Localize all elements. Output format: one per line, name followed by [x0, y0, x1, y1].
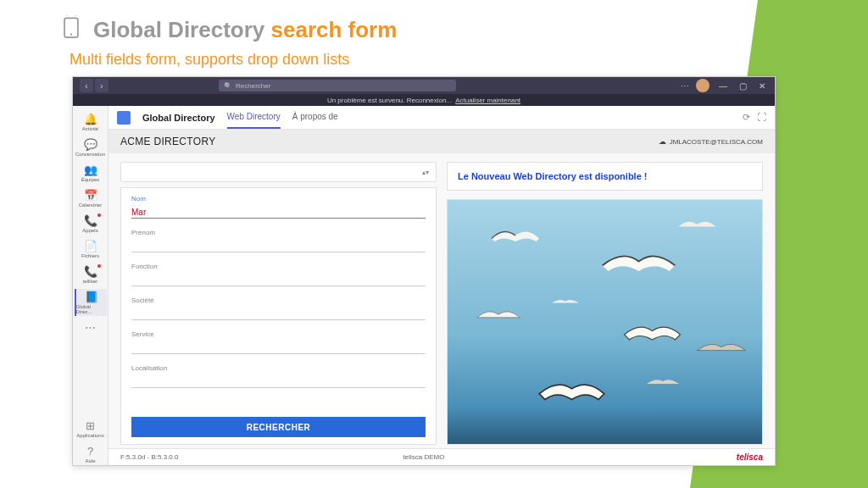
slide-header: Global Directory search form Multi field…	[0, 0, 868, 69]
chat-icon: 💬	[84, 138, 97, 151]
dots-icon: ⋯	[85, 321, 96, 334]
teams-window: ‹ › 🔍 Rechercher ⋯ — ▢ ✕ Un problème est…	[72, 76, 776, 466]
app-tabs: Global Directory Web Directory À propos …	[108, 106, 775, 130]
tab-about[interactable]: À propos de	[292, 106, 338, 129]
directory-title: ACME DIRECTORY	[120, 136, 215, 147]
footer-center: telisca DEMO	[403, 453, 445, 461]
app-logo-icon	[117, 111, 131, 125]
input-fonction[interactable]	[131, 274, 426, 286]
rail-more[interactable]: ⋯	[75, 319, 107, 336]
teams-icon: 👥	[84, 164, 97, 176]
maximize-button[interactable]: ▢	[737, 81, 749, 91]
book-icon: 📘	[85, 291, 98, 303]
rail-teams[interactable]: 👥Équipes	[75, 162, 107, 184]
rail-apps[interactable]: ⊞Applications	[75, 418, 107, 440]
expand-icon[interactable]: ⛶	[757, 112, 766, 123]
footer: F:5.3.0d - B:5.3.0.0 telisca DEMO telisc…	[108, 448, 775, 465]
notification-dot	[97, 264, 101, 268]
right-panel: Le Nouveau Web Directory est disponible …	[447, 162, 763, 445]
version-text: F:5.3.0d - B:5.3.0.0	[120, 453, 178, 461]
chevron-updown-icon: ▴▾	[422, 169, 429, 176]
avatar[interactable]	[696, 79, 709, 92]
input-service[interactable]	[131, 342, 426, 354]
input-localisation[interactable]	[131, 376, 426, 388]
title-prefix: Global Directory	[93, 17, 271, 42]
user-info: ☁ JMLACOSTE@TELISCA.COM	[659, 137, 763, 146]
calendar-icon: 📅	[84, 189, 97, 202]
field-fonction: Fonction	[131, 263, 426, 286]
field-localisation: Localisation	[131, 364, 426, 388]
titlebar: ‹ › 🔍 Rechercher ⋯ — ▢ ✕	[73, 77, 775, 94]
status-strip: Un problème est survenu. Reconnexion... …	[73, 94, 775, 106]
nav-forward-button[interactable]: ›	[95, 79, 108, 92]
field-societe: Société	[131, 297, 426, 320]
global-search[interactable]: 🔍 Rechercher	[219, 80, 456, 92]
rail-files[interactable]: 📄Fichiers	[75, 238, 107, 260]
cloud-icon: ☁	[659, 137, 666, 146]
title-accent: search form	[271, 17, 398, 42]
minimize-button[interactable]: —	[716, 81, 730, 91]
field-group: Nom Prénom Fonction Société	[120, 187, 437, 445]
directory-dropdown[interactable]: ▴▾	[120, 162, 437, 182]
status-refresh-link[interactable]: Actualiser maintenant	[455, 97, 520, 104]
app-name: Global Directory	[142, 113, 215, 123]
announcement-banner: Le Nouveau Web Directory est disponible …	[447, 162, 763, 191]
nav-back-button[interactable]: ‹	[80, 79, 93, 92]
rail-global-directory[interactable]: 📘Global Direc...	[75, 289, 107, 316]
bell-icon: 🔔	[84, 113, 97, 125]
close-button[interactable]: ✕	[756, 81, 768, 91]
slide-title: Global Directory search form	[93, 17, 397, 43]
input-nom[interactable]	[131, 207, 426, 219]
rail-chat[interactable]: 💬Conversation	[75, 136, 107, 158]
search-button[interactable]: RECHERCHER	[131, 417, 426, 437]
field-service: Service	[131, 330, 426, 354]
nav-rail: 🔔Activité 💬Conversation 👥Équipes 📅Calend…	[73, 106, 108, 465]
rail-calendar[interactable]: 📅Calendrier	[75, 187, 107, 209]
rail-activity[interactable]: 🔔Activité	[75, 111, 107, 133]
search-form-panel: ▴▾ Nom Prénom Fonction	[120, 162, 437, 445]
directory-header: ACME DIRECTORY ☁ JMLACOSTE@TELISCA.COM	[108, 130, 775, 153]
input-prenom[interactable]	[131, 241, 426, 252]
user-email: JMLACOSTE@TELISCA.COM	[670, 138, 763, 146]
status-msg: Un problème est survenu. Reconnexion...	[327, 97, 452, 104]
phone-icon: 📞	[84, 265, 97, 278]
slide-subtitle: Multi fields form, supports drop down li…	[70, 51, 868, 69]
rail-telliber[interactable]: 📞telliber	[75, 263, 107, 286]
svg-point-1	[70, 34, 72, 36]
help-icon: ?	[87, 445, 93, 458]
file-icon: 📄	[84, 240, 97, 252]
rail-calls[interactable]: 📞Appels	[75, 213, 107, 235]
telisca-logo: telisca	[737, 452, 763, 462]
field-nom: Nom	[131, 195, 426, 219]
more-icon[interactable]: ⋯	[681, 81, 689, 91]
tab-web-directory[interactable]: Web Directory	[227, 106, 281, 129]
refresh-icon[interactable]: ⟳	[743, 112, 750, 123]
phone-icon	[59, 15, 83, 44]
decorative-image	[447, 199, 763, 445]
field-prenom: Prénom	[131, 229, 426, 252]
phone-icon: 📞	[84, 214, 97, 227]
notification-dot	[97, 214, 101, 217]
search-placeholder: Rechercher	[236, 82, 270, 90]
input-societe[interactable]	[131, 308, 426, 320]
apps-icon: ⊞	[86, 419, 95, 432]
rail-help[interactable]: ?Aide	[75, 443, 107, 465]
search-icon: 🔍	[224, 82, 232, 90]
